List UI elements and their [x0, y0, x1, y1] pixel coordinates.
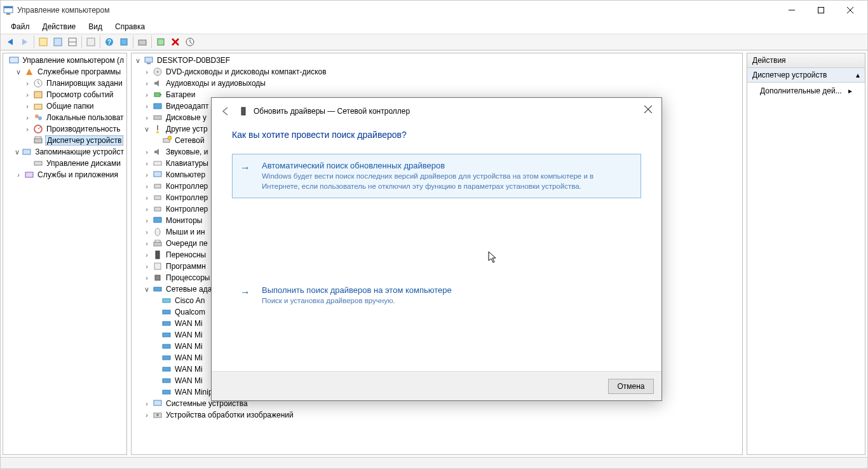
svg-point-36 — [157, 71, 159, 73]
actions-more-label: Дополнительные дей... — [760, 86, 842, 95]
option-auto-title: Автоматический поиск обновленных драйвер… — [262, 161, 633, 170]
svg-rect-49 — [154, 217, 161, 222]
svg-rect-47 — [154, 196, 161, 200]
svg-rect-31 — [34, 161, 42, 165]
device-icon — [238, 106, 248, 116]
toolbar-forward-icon[interactable] — [18, 35, 32, 49]
toolbar-help-icon[interactable]: ? — [102, 35, 116, 49]
update-driver-dialog: Обновить драйверы — Сетевой контроллер К… — [211, 97, 662, 401]
toolbar-btn-7[interactable] — [135, 35, 149, 49]
toolbar-btn-4[interactable] — [84, 35, 98, 49]
option-local-desc: Поиск и установка драйверов вручную. — [262, 296, 633, 306]
close-button[interactable] — [836, 1, 865, 20]
svg-rect-45 — [154, 172, 161, 177]
dialog-close-button[interactable] — [639, 102, 658, 117]
svg-rect-65 — [163, 390, 170, 394]
svg-rect-44 — [154, 161, 161, 165]
option-local-search[interactable]: → Выполнить поиск драйверов на этом комп… — [232, 278, 641, 313]
svg-rect-11 — [87, 38, 95, 46]
tree-disk-management[interactable]: Управление дисками — [22, 158, 126, 169]
chevron-right-icon: ▸ — [848, 86, 852, 95]
dialog-back-button[interactable] — [218, 104, 233, 119]
svg-rect-60 — [163, 333, 170, 337]
svg-rect-32 — [25, 172, 33, 177]
toolbar-btn-3[interactable] — [65, 35, 79, 49]
toolbar-btn-1[interactable] — [36, 35, 50, 49]
tree-root[interactable]: Управление компьютером (л — [4, 55, 126, 66]
svg-rect-52 — [155, 240, 160, 242]
svg-rect-34 — [147, 63, 151, 64]
svg-rect-61 — [163, 344, 170, 348]
svg-rect-59 — [163, 322, 170, 325]
maximize-button[interactable] — [806, 1, 836, 20]
tree-device-manager[interactable]: Диспетчер устройств — [22, 135, 126, 146]
tree-scheduler[interactable]: ›Планировщик задани — [22, 78, 126, 89]
toolbar-btn-6[interactable] — [117, 35, 131, 49]
menu-action[interactable]: Действие — [36, 21, 83, 32]
actions-more[interactable]: Дополнительные дей... ▸ — [747, 83, 865, 99]
dialog-question: Как вы хотите провести поиск драйверов? — [232, 130, 641, 140]
option-auto-search[interactable]: → Автоматический поиск обновленных драйв… — [232, 154, 641, 198]
device-root[interactable]: ∨DESKTOP-D0BD3EF — [133, 55, 742, 66]
svg-point-43 — [168, 136, 172, 140]
actions-header: Действия — [747, 53, 865, 68]
option-local-title: Выполнить поиск драйверов на этом компью… — [262, 285, 633, 295]
svg-line-27 — [38, 127, 41, 129]
svg-rect-28 — [34, 139, 42, 143]
toolbar-back-icon[interactable] — [3, 35, 17, 49]
device-imaging[interactable]: ›Устройства обработки изображений — [142, 409, 742, 421]
svg-rect-30 — [23, 149, 31, 154]
left-tree-pane: Управление компьютером (л ∨Служебные про… — [3, 53, 127, 455]
collapse-icon: ▴ — [856, 71, 860, 79]
svg-rect-22 — [34, 92, 42, 98]
arrow-right-icon: → — [240, 287, 250, 298]
tree-performance[interactable]: ›Производительность — [22, 123, 126, 135]
actions-sub-header[interactable]: Диспетчер устройств ▴ — [747, 68, 865, 83]
svg-point-25 — [38, 116, 42, 120]
svg-point-50 — [155, 228, 160, 236]
svg-rect-39 — [154, 104, 161, 109]
menu-file[interactable]: Файл — [4, 21, 36, 32]
device-dvd[interactable]: ›DVD-дисководы и дисководы компакт-диско… — [142, 66, 742, 78]
svg-rect-16 — [158, 39, 164, 45]
svg-rect-2 — [6, 13, 10, 15]
cancel-button[interactable]: Отмена — [608, 379, 654, 394]
dialog-title: Обновить драйверы — Сетевой контроллер — [254, 107, 410, 116]
svg-rect-38 — [160, 94, 161, 95]
menubar: Файл Действие Вид Справка — [1, 20, 867, 34]
svg-rect-20 — [10, 57, 18, 63]
svg-rect-23 — [34, 104, 42, 109]
svg-rect-33 — [145, 57, 153, 62]
svg-rect-4 — [818, 8, 824, 13]
toolbar-delete-icon[interactable] — [168, 35, 182, 49]
menu-help[interactable]: Справка — [109, 21, 151, 32]
arrow-right-icon: → — [240, 162, 250, 173]
svg-rect-14 — [121, 39, 127, 45]
svg-rect-40 — [154, 116, 161, 119]
minimize-button[interactable] — [777, 1, 806, 20]
svg-rect-8 — [54, 38, 62, 46]
toolbar-btn-2[interactable] — [51, 35, 65, 49]
svg-rect-63 — [163, 367, 170, 371]
toolbar-btn-8[interactable] — [154, 35, 168, 49]
tree-services[interactable]: ›Службы и приложения — [13, 169, 126, 180]
svg-rect-1 — [4, 6, 13, 8]
svg-rect-56 — [154, 287, 161, 291]
menu-view[interactable]: Вид — [82, 21, 109, 32]
svg-rect-37 — [154, 93, 160, 97]
option-auto-desc: Windows будет вести поиск последних верс… — [262, 172, 633, 191]
tree-storage[interactable]: ∨Запоминающие устройст — [13, 146, 126, 158]
toolbar: ? — [1, 34, 867, 50]
tree-local-users[interactable]: ›Локальные пользоват — [22, 112, 126, 123]
tree-shared-folders[interactable]: ›Общие папки — [22, 100, 126, 112]
tree-system-tools[interactable]: ∨Служебные программы — [13, 66, 126, 78]
svg-rect-48 — [154, 207, 161, 211]
statusbar — [1, 457, 867, 468]
toolbar-btn-10[interactable] — [183, 35, 197, 49]
device-audio[interactable]: ›Аудиовходы и аудиовыходы — [142, 78, 742, 89]
app-icon — [3, 5, 13, 15]
svg-rect-53 — [156, 251, 159, 259]
tree-event-viewer[interactable]: ›Просмотр событий — [22, 89, 126, 100]
svg-rect-66 — [154, 400, 161, 405]
svg-point-24 — [35, 114, 39, 118]
